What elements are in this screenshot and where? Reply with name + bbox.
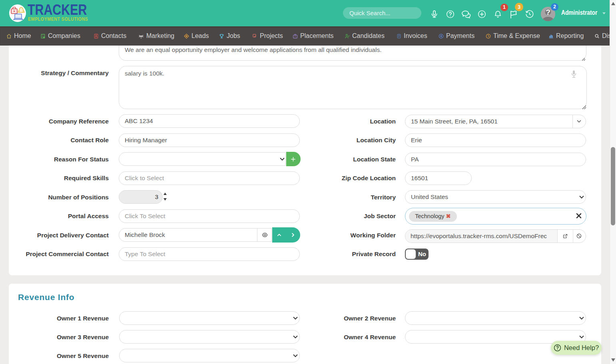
svg-text:?: ? [546,8,550,16]
